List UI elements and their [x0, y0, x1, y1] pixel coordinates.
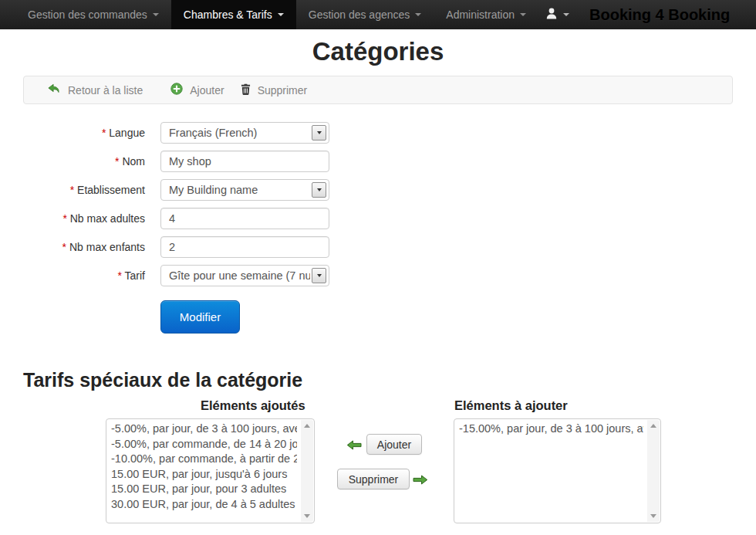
chevron-down-icon [317, 131, 322, 134]
category-form: * Langue Français (French) * Nom * E [23, 121, 733, 334]
chevron-down-icon [520, 13, 526, 16]
arrow-right-icon [413, 474, 428, 488]
form-row-nom: * Nom [23, 150, 733, 172]
form-row-nb-max-enfants: * Nb max enfants [23, 235, 733, 258]
transfer-add-button[interactable]: Ajouter [366, 434, 422, 455]
nav-item-label: Administration [446, 8, 515, 21]
special-rates-title: Tarifs spéciaux de la catégorie [23, 368, 733, 391]
listbox-items: -15.00%, par jour, de 3 à 100 jours, av [454, 419, 660, 439]
required-marker: * [62, 241, 66, 253]
nav-item-agences[interactable]: Gestion des agences [296, 0, 434, 29]
chevron-down-icon [317, 274, 322, 277]
selected-value: Gîte pour une semaine (7 nui [169, 269, 310, 282]
to-add-items-header: Eléments à ajouter [454, 398, 568, 413]
reply-arrow-icon [47, 83, 61, 97]
user-menu-toggle[interactable] [538, 8, 577, 22]
scroll-up-icon[interactable] [304, 424, 310, 428]
chevron-down-icon [415, 13, 421, 16]
list-item[interactable]: -15.00%, par jour, de 3 à 100 jours, av [459, 422, 643, 437]
toolbar-item-label: Retour à la liste [68, 84, 143, 97]
user-icon [546, 8, 557, 22]
added-items-listbox[interactable]: -5.00%, par jour, de 3 à 100 jours, ave … [106, 418, 315, 523]
nav-item-label: Chambres & Tarifs [184, 8, 272, 21]
rate-select[interactable]: Gîte pour une semaine (7 nui [160, 265, 329, 286]
nav-item-chambres-tarifs[interactable]: Chambres & Tarifs [171, 0, 296, 29]
listbox-items: -5.00%, par jour, de 3 à 100 jours, ave … [106, 419, 314, 514]
field-label: * Nb max enfants [23, 241, 145, 253]
page-title: Catégories [23, 37, 733, 66]
field-label: * Nb max adultes [23, 212, 145, 225]
to-add-items-listbox[interactable]: -15.00%, par jour, de 3 à 100 jours, av [454, 418, 661, 523]
required-marker: * [70, 184, 74, 196]
actions-toolbar: Retour à la liste Ajouter [23, 76, 733, 104]
select-dropdown-button[interactable] [312, 268, 326, 283]
form-row-nb-max-adultes: * Nb max adultes [23, 207, 733, 229]
transfer-remove-button[interactable]: Supprimer [337, 469, 410, 489]
page-root: Gestion des commandes Chambres & Tarifs … [0, 0, 756, 535]
list-item[interactable]: 30.00 EUR, par jour, de 4 à 5 adultes [111, 497, 297, 513]
toolbar-item-label: Supprimer [258, 84, 308, 97]
chevron-down-icon [317, 188, 322, 191]
selected-value: Français (French) [169, 127, 257, 139]
list-item[interactable]: -5.00%, par commande, de 14 à 20 jou [111, 437, 297, 452]
scroll-down-icon[interactable] [650, 514, 656, 518]
nav-item-administration[interactable]: Administration [434, 0, 538, 29]
back-to-list-button[interactable]: Retour à la liste [47, 83, 143, 97]
chevron-down-icon [153, 13, 159, 16]
scrollbar[interactable] [647, 420, 660, 522]
language-select[interactable]: Français (French) [160, 122, 329, 144]
field-label: * Nom [23, 155, 145, 168]
required-marker: * [62, 212, 66, 225]
plus-circle-icon [170, 83, 183, 97]
form-row-etablissement: * Etablissement My Building name [23, 178, 733, 201]
list-item[interactable]: -5.00%, par jour, de 3 à 100 jours, ave [111, 422, 297, 437]
arrow-left-icon [346, 439, 362, 453]
nav-item-label: Gestion des commandes [28, 8, 147, 21]
select-dropdown-button[interactable] [312, 182, 326, 198]
scrollbar[interactable] [301, 420, 313, 522]
required-marker: * [117, 269, 121, 282]
field-label: * Tarif [23, 269, 145, 282]
required-marker: * [102, 127, 106, 139]
establishment-select[interactable]: My Building name [160, 179, 329, 201]
scroll-up-icon[interactable] [650, 424, 656, 428]
add-category-button[interactable]: Ajouter [170, 83, 224, 97]
name-input[interactable] [160, 151, 329, 172]
special-rates-transfer: Eléments ajoutés Eléments à ajouter -5.0… [23, 398, 733, 531]
chevron-down-icon [563, 13, 569, 16]
toolbar-item-label: Ajouter [190, 84, 224, 97]
max-adults-input[interactable] [160, 208, 329, 229]
list-item[interactable]: -10.00%, par commande, à partir de 2 [111, 452, 297, 467]
form-row-langue: * Langue Français (French) [23, 121, 733, 144]
trash-icon [241, 83, 251, 97]
list-item[interactable]: 15.00 EUR, par jour, jusqu'à 6 jours [111, 467, 297, 483]
selected-value: My Building name [169, 184, 258, 196]
scroll-down-icon[interactable] [304, 514, 310, 518]
nav-items: Gestion des commandes Chambres & Tarifs … [15, 0, 538, 29]
field-label: * Langue [23, 127, 145, 139]
modify-button[interactable]: Modifier [160, 300, 240, 334]
field-label: * Etablissement [23, 184, 145, 196]
navbar-right: Booking 4 Booking [538, 0, 756, 29]
nav-item-label: Gestion des agences [309, 8, 410, 21]
chevron-down-icon [278, 13, 284, 16]
top-navbar: Gestion des commandes Chambres & Tarifs … [0, 0, 756, 29]
delete-category-button[interactable]: Supprimer [241, 83, 308, 97]
required-marker: * [115, 155, 119, 168]
added-items-header: Eléments ajoutés [201, 398, 305, 413]
max-children-input[interactable] [160, 236, 329, 258]
form-row-tarif: * Tarif Gîte pour une semaine (7 nui [23, 264, 733, 286]
brand-title: Booking 4 Booking [589, 6, 730, 24]
nav-item-commandes[interactable]: Gestion des commandes [15, 0, 171, 29]
select-dropdown-button[interactable] [312, 125, 326, 141]
list-item[interactable]: 15.00 EUR, par jour, pour 3 adultes [111, 482, 297, 497]
